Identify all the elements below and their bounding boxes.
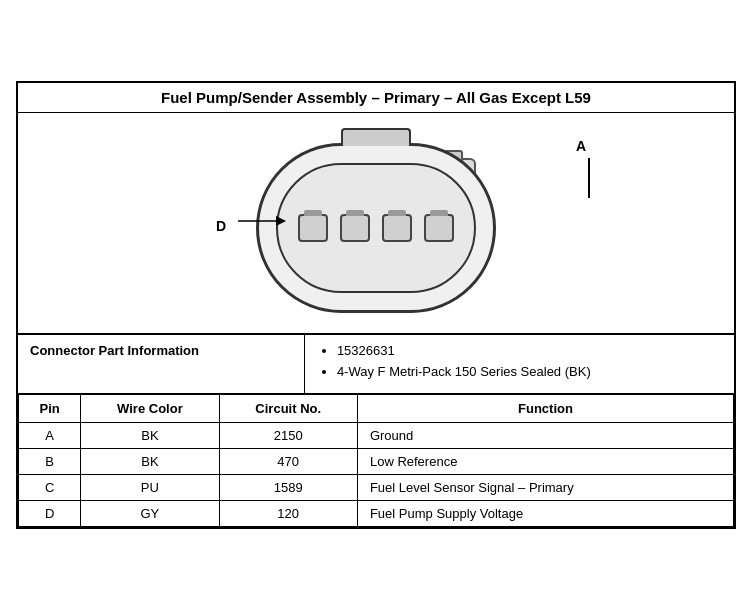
connector-info-row: Connector Part Information 15326631 4-Wa… [17, 334, 735, 394]
cell-wire-color: BK [81, 449, 219, 475]
cell-wire-color: GY [81, 501, 219, 527]
cell-circuit-no: 1589 [219, 475, 357, 501]
col-header-pin: Pin [19, 395, 81, 423]
connector-body [256, 143, 496, 313]
cell-pin: D [19, 501, 81, 527]
col-header-circuit-no: Circuit No. [219, 395, 357, 423]
bullet-list: 15326631 4-Way F Metri-Pack 150 Series S… [317, 343, 722, 379]
bullet-item-2: 4-Way F Metri-Pack 150 Series Sealed (BK… [337, 364, 722, 379]
cell-circuit-no: 470 [219, 449, 357, 475]
cell-pin: C [19, 475, 81, 501]
cell-function: Low Reference [357, 449, 733, 475]
svg-marker-1 [276, 216, 286, 226]
connector-info-label: Connector Part Information [18, 335, 304, 393]
diagram-cell: A D [17, 113, 735, 335]
outer-table: Fuel Pump/Sender Assembly – Primary – Al… [16, 81, 736, 529]
connector-handle [341, 128, 411, 146]
arrow-d [238, 211, 288, 231]
page-title: Fuel Pump/Sender Assembly – Primary – Al… [17, 82, 735, 113]
pin-slot-2 [340, 214, 370, 242]
connector-info-values: 15326631 4-Way F Metri-Pack 150 Series S… [304, 335, 734, 393]
connector-inner [276, 163, 476, 293]
connector-diagram: A D [256, 143, 496, 313]
cell-function: Fuel Pump Supply Voltage [357, 501, 733, 527]
cell-pin: B [19, 449, 81, 475]
cell-wire-color: BK [81, 423, 219, 449]
label-a: A [576, 138, 586, 154]
label-d: D [216, 218, 226, 234]
bullet-item-1: 15326631 [337, 343, 722, 358]
pin-data-table: Pin Wire Color Circuit No. Function ABK2… [18, 394, 734, 527]
pins-row [298, 214, 454, 242]
table-row: CPU1589Fuel Level Sensor Signal – Primar… [19, 475, 734, 501]
cell-function: Fuel Level Sensor Signal – Primary [357, 475, 733, 501]
pin-slot-3 [382, 214, 412, 242]
cell-pin: A [19, 423, 81, 449]
data-table-row: Pin Wire Color Circuit No. Function ABK2… [17, 394, 735, 529]
cell-circuit-no: 120 [219, 501, 357, 527]
col-header-wire-color: Wire Color [81, 395, 219, 423]
cell-function: Ground [357, 423, 733, 449]
table-row: DGY120Fuel Pump Supply Voltage [19, 501, 734, 527]
col-header-function: Function [357, 395, 733, 423]
connector-info-table: Connector Part Information 15326631 4-Wa… [18, 335, 734, 393]
pin-slot-1 [298, 214, 328, 242]
arrow-a-line [588, 158, 590, 198]
table-row: BBK470Low Reference [19, 449, 734, 475]
cell-wire-color: PU [81, 475, 219, 501]
table-row: ABK2150Ground [19, 423, 734, 449]
pin-slot-4 [424, 214, 454, 242]
cell-circuit-no: 2150 [219, 423, 357, 449]
